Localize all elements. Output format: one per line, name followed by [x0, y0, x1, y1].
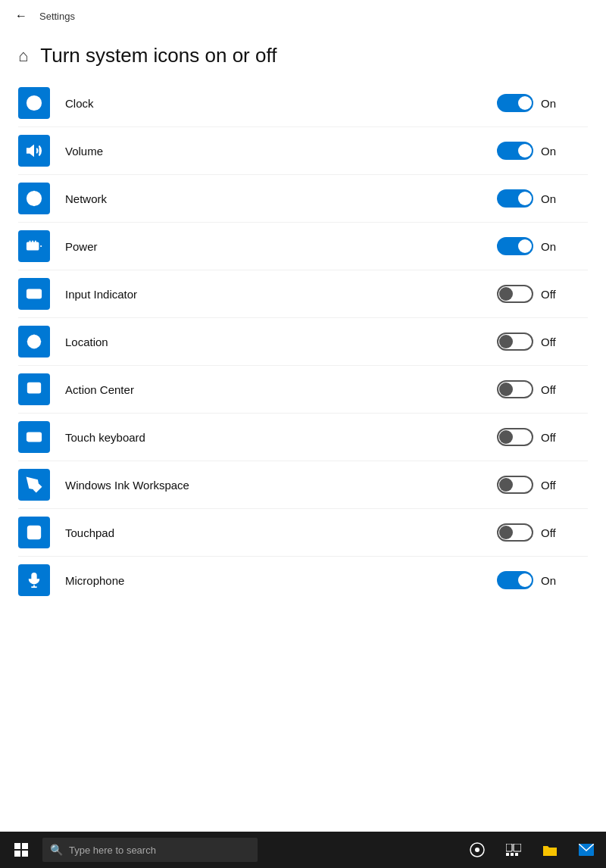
svg-rect-42 — [14, 851, 20, 857]
home-icon: ⌂ — [18, 46, 28, 66]
touch-keyboard-toggle[interactable] — [497, 428, 533, 446]
windows-ink-icon-box — [18, 469, 50, 501]
setting-row-clock: ClockOn — [18, 80, 588, 127]
clock-toggle-area: On — [497, 94, 588, 112]
microphone-icon-box — [18, 564, 50, 596]
input-indicator-toggle[interactable] — [497, 285, 533, 303]
microphone-label: Microphone — [65, 574, 497, 587]
touchpad-toggle-knob — [499, 526, 513, 539]
location-toggle-knob — [499, 335, 513, 348]
svg-rect-49 — [511, 853, 514, 856]
action-center-toggle-knob — [499, 382, 513, 396]
svg-rect-40 — [14, 843, 20, 849]
power-icon-box — [18, 230, 50, 262]
svg-rect-4 — [27, 242, 39, 249]
volume-toggle-knob — [518, 144, 532, 158]
windows-ink-state-label: Off — [541, 479, 564, 492]
setting-row-action-center: Action CenterOff — [18, 366, 588, 414]
network-state-label: On — [541, 192, 564, 205]
svg-rect-48 — [506, 853, 509, 856]
svg-point-33 — [32, 482, 35, 486]
microphone-state-label: On — [541, 574, 564, 587]
input-indicator-toggle-knob — [499, 287, 513, 301]
svg-rect-47 — [514, 844, 521, 851]
power-toggle[interactable] — [497, 237, 533, 255]
volume-state-label: On — [541, 145, 564, 158]
taskbar: 🔍 Type here to search — [0, 832, 606, 868]
svg-rect-50 — [515, 853, 518, 856]
microphone-toggle-knob — [518, 573, 532, 587]
location-toggle-area: Off — [497, 333, 588, 351]
windows-ink-label: Windows Ink Workspace — [65, 479, 497, 492]
volume-icon-box — [18, 135, 50, 167]
clock-state-label: On — [541, 97, 564, 110]
setting-row-touch-keyboard: Touch keyboardOff — [18, 414, 588, 461]
touchpad-toggle[interactable] — [497, 523, 533, 542]
setting-row-windows-ink: Windows Ink WorkspaceOff — [18, 461, 588, 509]
svg-rect-46 — [506, 844, 512, 851]
network-toggle-knob — [518, 192, 532, 205]
volume-label: Volume — [65, 145, 497, 158]
svg-rect-43 — [22, 851, 28, 857]
microphone-toggle[interactable] — [497, 571, 533, 589]
network-toggle-area: On — [497, 189, 588, 208]
network-icon-box — [18, 183, 50, 214]
action-center-label: Action Center — [65, 383, 497, 396]
microphone-toggle-area: On — [497, 571, 588, 589]
svg-marker-1 — [27, 146, 33, 156]
svg-point-45 — [475, 848, 479, 852]
volume-toggle[interactable] — [497, 142, 533, 160]
network-label: Network — [65, 192, 497, 205]
start-button[interactable] — [3, 832, 39, 868]
windows-ink-toggle-area: Off — [497, 476, 588, 494]
setting-row-input-indicator: Input IndicatorOff — [18, 270, 588, 318]
action-center-toggle[interactable] — [497, 380, 533, 398]
page-title: Turn system icons on or off — [40, 44, 276, 67]
touch-keyboard-toggle-knob — [499, 430, 513, 444]
touchpad-toggle-area: Off — [497, 523, 588, 542]
setting-row-microphone: MicrophoneOn — [18, 557, 588, 604]
action-center-icon-box — [18, 373, 50, 405]
multitask-icon[interactable] — [497, 833, 530, 866]
mail-icon[interactable] — [570, 833, 603, 866]
setting-row-volume: VolumeOn — [18, 127, 588, 175]
clock-icon-box — [18, 87, 50, 119]
input-indicator-state-label: Off — [541, 288, 564, 301]
svg-rect-9 — [27, 290, 41, 298]
location-toggle[interactable] — [497, 333, 533, 351]
touchpad-label: Touchpad — [65, 526, 497, 539]
power-state-label: On — [541, 240, 564, 253]
taskbar-search[interactable]: 🔍 Type here to search — [42, 838, 258, 862]
input-indicator-label: Input Indicator — [65, 288, 497, 301]
windows-ink-toggle-knob — [499, 478, 513, 492]
setting-row-touchpad: TouchpadOff — [18, 509, 588, 557]
taskbar-icons — [461, 833, 603, 866]
svg-rect-23 — [28, 383, 41, 393]
svg-rect-27 — [27, 433, 41, 442]
touch-keyboard-toggle-area: Off — [497, 428, 588, 446]
clock-toggle-knob — [518, 96, 532, 110]
network-toggle[interactable] — [497, 189, 533, 208]
action-center-toggle-area: Off — [497, 380, 588, 398]
location-state-label: Off — [541, 336, 564, 348]
windows-ink-toggle[interactable] — [497, 476, 533, 494]
search-icon: 🔍 — [50, 844, 63, 856]
svg-rect-41 — [22, 843, 28, 849]
input-indicator-toggle-area: Off — [497, 285, 588, 303]
file-explorer-icon[interactable] — [533, 833, 567, 866]
task-view-icon[interactable] — [461, 833, 494, 866]
power-toggle-area: On — [497, 237, 588, 255]
search-placeholder: Type here to search — [69, 845, 156, 856]
title-bar-text: Settings — [39, 11, 75, 22]
touch-keyboard-state-label: Off — [541, 431, 564, 444]
back-button[interactable]: ← — [12, 6, 30, 26]
power-label: Power — [65, 240, 497, 253]
action-center-state-label: Off — [541, 383, 564, 396]
setting-row-power: PowerOn — [18, 223, 588, 270]
clock-label: Clock — [65, 97, 497, 110]
touchpad-icon-box — [18, 517, 50, 548]
settings-list: ClockOn VolumeOn NetworkOn PowerOn Input… — [0, 80, 606, 832]
page-header: ⌂ Turn system icons on or off — [0, 32, 606, 80]
touch-keyboard-label: Touch keyboard — [65, 431, 497, 444]
clock-toggle[interactable] — [497, 94, 533, 112]
